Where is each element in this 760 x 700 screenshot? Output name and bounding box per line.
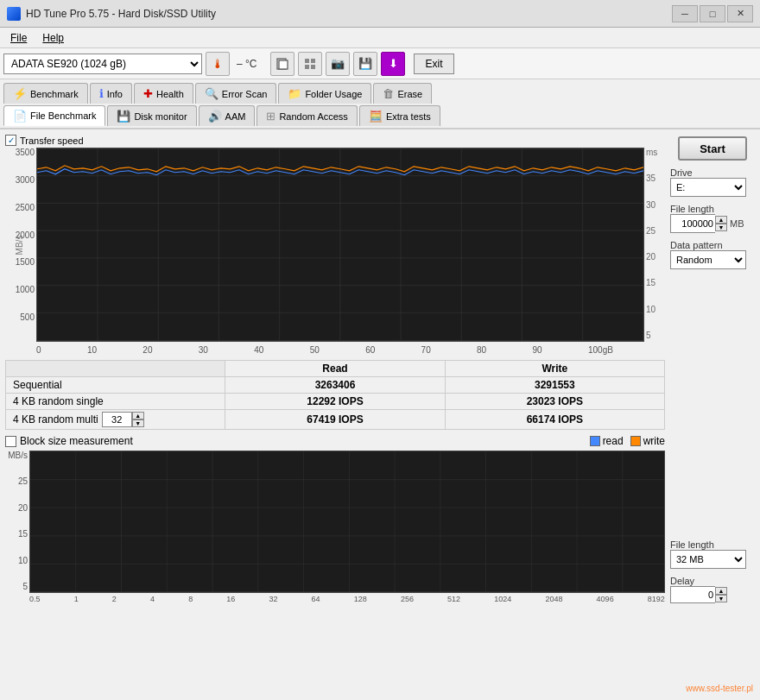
tab-file-benchmark[interactable]: 📄 File Benchmark [3, 105, 105, 126]
tabs-row-1: ⚡ Benchmark ℹ Info ✚ Health 🔍 Error Scan… [3, 83, 757, 104]
camera-icon-btn[interactable]: 📷 [326, 52, 350, 76]
result-row-4kb-single: 4 KB random single 12292 IOPS 23023 IOPS [6, 394, 665, 410]
block-size-checkbox[interactable] [5, 436, 16, 447]
block-file-length-dropdown[interactable]: 32 MB [670, 550, 746, 569]
error-scan-icon: 🔍 [205, 87, 218, 100]
tab-health-label: Health [156, 89, 184, 99]
benchmark-chart: MB/s [36, 148, 644, 342]
file-length-label: File length [670, 204, 755, 214]
write-legend-label: write [643, 435, 665, 447]
block-size-section: Block size measurement read write [5, 435, 665, 603]
menu-bar: File Help [0, 28, 760, 48]
delay-up[interactable]: ▲ [715, 587, 727, 595]
menu-help[interactable]: Help [35, 30, 71, 46]
block-file-length-label: File length [670, 539, 755, 550]
tab-file-benchmark-label: File Benchmark [30, 110, 96, 121]
tabs-row-2: 📄 File Benchmark 💾 Disk monitor 🔊 AAM ⊞ … [3, 105, 757, 126]
delay-spinner[interactable]: ▲ ▼ [715, 587, 727, 602]
tab-folder-usage-label: Folder Usage [305, 89, 362, 99]
grid-icon-btn[interactable] [298, 52, 322, 76]
svg-rect-2 [305, 59, 309, 63]
delay-input[interactable] [670, 586, 715, 603]
health-icon: ✚ [143, 87, 153, 100]
info-icon: ℹ [99, 87, 104, 100]
close-button[interactable]: ✕ [727, 5, 753, 22]
download-icon-btn[interactable]: ⬇ [381, 52, 405, 76]
sequential-read: 3263406 [225, 377, 445, 394]
menu-file[interactable]: File [3, 30, 34, 46]
tab-info[interactable]: ℹ Info [90, 83, 132, 104]
delay-down[interactable]: ▼ [715, 595, 727, 602]
file-length-spinner[interactable]: ▲ ▼ [715, 216, 727, 231]
block-file-length-section: File length 32 MB [670, 538, 755, 569]
tab-extra-tests[interactable]: 🧮 Extra tests [359, 105, 440, 126]
title-bar: HD Tune Pro 5.75 - Hard Disk/SSD Utility… [0, 0, 760, 28]
sequential-write: 3291553 [445, 377, 664, 394]
transfer-speed-checkbox[interactable] [5, 135, 16, 146]
minimize-button[interactable]: ─ [672, 5, 698, 22]
4kb-multi-read: 67419 IOPS [225, 410, 445, 430]
tab-erase[interactable]: 🗑 Erase [373, 83, 432, 104]
tab-random-access[interactable]: ⊞ Random Access [256, 105, 357, 126]
benchmark-icon: ⚡ [13, 87, 27, 100]
tab-random-access-label: Random Access [279, 111, 347, 122]
write-legend-color [630, 436, 641, 446]
block-y-labels: MB/s 25 20 15 10 5 [5, 451, 29, 593]
temperature-icon[interactable]: 🌡 [206, 52, 230, 76]
start-button[interactable]: Start [678, 136, 747, 161]
file-length-down[interactable]: ▼ [715, 224, 727, 231]
tab-disk-monitor-label: Disk monitor [134, 111, 187, 122]
svg-rect-4 [305, 65, 309, 69]
extra-tests-icon: 🧮 [369, 110, 383, 123]
result-row-sequential: Sequential 3263406 3291553 [6, 377, 665, 394]
bench-area: Transfer speed 3500 3000 2500 2000 1500 … [5, 135, 755, 603]
bench-left: Transfer speed 3500 3000 2500 2000 1500 … [5, 135, 665, 603]
spinner-up[interactable]: ▲ [132, 412, 144, 419]
block-size-label: Block size measurement [20, 435, 133, 447]
data-pattern-dropdown[interactable]: Random [670, 250, 746, 269]
data-pattern-section: Data pattern Random [670, 238, 755, 269]
y-axis-unit-label: MB/s [15, 235, 24, 255]
file-length-unit: MB [730, 218, 744, 229]
file-benchmark-icon: 📄 [13, 110, 27, 123]
spinner-down[interactable]: ▼ [132, 419, 144, 427]
maximize-button[interactable]: □ [700, 5, 725, 22]
tab-benchmark-label: Benchmark [30, 89, 79, 99]
random-access-icon: ⊞ [266, 110, 276, 123]
multi-spinner[interactable]: ▲ ▼ [102, 412, 144, 427]
4kb-multi-write: 66174 IOPS [445, 410, 664, 430]
tab-health[interactable]: ✚ Health [134, 83, 193, 104]
delay-row: ▲ ▼ [670, 586, 755, 603]
app-icon [7, 7, 21, 21]
disk-monitor-icon: 💾 [117, 110, 130, 123]
copy-icon-btn[interactable] [270, 52, 294, 76]
benchmark-chart-svg [37, 148, 643, 341]
tab-benchmark[interactable]: ⚡ Benchmark [3, 83, 88, 104]
data-pattern-label: Data pattern [670, 240, 755, 250]
tab-error-scan[interactable]: 🔍 Error Scan [195, 83, 277, 104]
block-size-chart [29, 451, 665, 593]
save-icon-btn[interactable]: 💾 [353, 52, 377, 76]
read-legend-color [590, 436, 600, 446]
tab-aam[interactable]: 🔊 AAM [199, 105, 256, 126]
tab-folder-usage[interactable]: 📁 Folder Usage [278, 83, 371, 104]
main-section: Transfer speed 3500 3000 2500 2000 1500 … [0, 129, 760, 607]
read-legend-label: read [603, 435, 624, 447]
ms-axis-labels: ms 35 30 25 20 15 10 5 [644, 148, 665, 342]
toolbar: ADATA SE920 (1024 gB) 🌡 – °C 📷 💾 ⬇ Exit [0, 48, 760, 79]
tab-disk-monitor[interactable]: 💾 Disk monitor [107, 105, 196, 126]
file-length-input[interactable] [670, 214, 715, 233]
delay-label: Delay [670, 576, 755, 586]
delay-section: Delay ▲ ▼ [670, 574, 755, 603]
multi-spinner-input[interactable] [102, 412, 132, 427]
drive-dropdown[interactable]: E: [670, 178, 746, 197]
file-length-up[interactable]: ▲ [715, 216, 727, 224]
svg-rect-1 [279, 60, 288, 69]
exit-button[interactable]: Exit [414, 54, 453, 74]
svg-rect-26 [30, 451, 664, 592]
block-x-labels: 0.5 1 2 4 8 16 32 64 128 256 512 1024 20… [5, 593, 665, 603]
4kb-single-write: 23023 IOPS [445, 394, 664, 410]
tab-aam-label: AAM [225, 111, 246, 122]
legend-write: write [630, 435, 665, 447]
drive-select[interactable]: ADATA SE920 (1024 gB) [3, 54, 202, 74]
